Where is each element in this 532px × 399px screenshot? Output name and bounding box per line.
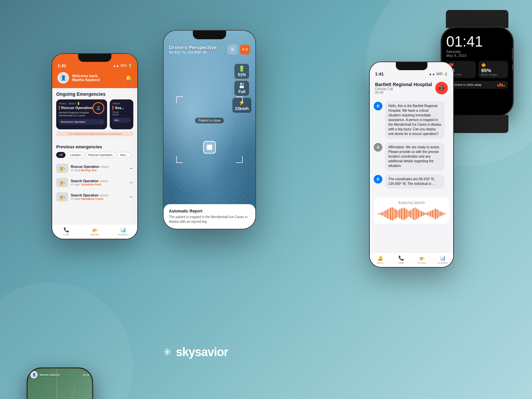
op-info-3: Search Operation #0003 ⏱ 2h45 Hāmākua Co… (71, 194, 126, 200)
wave-bar-12 (396, 210, 397, 218)
call-info: Bartlett Regional Hospital Cellular Call… (375, 82, 432, 94)
filter-row[interactable]: All Location Rescue Operation Sea... (56, 152, 133, 158)
tab-calls[interactable]: 📞 Calls (52, 227, 80, 236)
emergency-card-2[interactable]: #0004 Sea... Provic Denal Mon (110, 99, 133, 129)
phone1-time: 1:41 (58, 63, 66, 68)
filter-rescue[interactable]: Rescue Operation (85, 152, 116, 158)
logo-icon: ✳ (163, 346, 172, 358)
wave-bar-28 (421, 211, 422, 216)
notif-text: Drone is 100m away (454, 83, 481, 86)
emergency-name-2: Sea... (112, 106, 131, 110)
watch-date: Saturday May 8, 2023 (446, 50, 508, 58)
bar4 (503, 85, 505, 86)
tab-drones[interactable]: 🚁 Drones (80, 227, 109, 236)
prev-title: Previous emergencies (56, 144, 133, 149)
ongoing-pill: *2/4 Ongoing Emergencies Almost Conclude… (56, 131, 133, 136)
wave-bar-16 (403, 207, 404, 220)
wave-bar-35 (432, 210, 433, 217)
watch-user-name: Martha Sepherd (40, 373, 60, 376)
prev-section: Previous emergencies All Location Rescue… (52, 142, 137, 207)
wave-bar-5 (385, 210, 386, 217)
filter-sea[interactable]: Sea... (117, 152, 131, 158)
notification-bell[interactable]: 🔔 (125, 75, 132, 81)
wave-bar-42 (443, 212, 444, 215)
wave-bar-20 (409, 211, 410, 217)
emergency-card-1[interactable]: #0002 · EMILY 🔋 33 min Rescue Operation … (56, 99, 107, 129)
wave-bar-29 (423, 212, 424, 216)
phone-center-notch (193, 31, 226, 39)
capture-icon (207, 145, 212, 150)
phone-drone: Drone's Perspective 58.410° N, 134.569° … (163, 30, 256, 229)
wave-bar-18 (406, 209, 407, 219)
chat-text-3: The coordinates are 58.410° N, 134.569° … (385, 174, 445, 189)
pr-tab-analytics[interactable]: 📊 Analytics (432, 255, 453, 264)
phone-calls: 1:41 ▲▲WiFi🔋 Bartlett Regional Hospital … (369, 62, 454, 268)
chat-avatar-b2: B (374, 175, 382, 184)
monitorize-btn[interactable]: Monitorize Operation → (59, 119, 104, 125)
bar1 (497, 84, 499, 86)
corner-br (236, 156, 243, 163)
pr-tab-drones[interactable]: 🚁 Drones (412, 255, 433, 264)
wave-bar-11 (395, 209, 396, 219)
close-btn[interactable]: ✕✕ (240, 45, 250, 55)
watch-left: 👤 Martha Sepherd 00:39 🎤 📵 (27, 367, 93, 399)
wave-bar-7 (389, 208, 390, 219)
phone1-notch (78, 54, 111, 62)
pr-status-icons: ▲▲WiFi🔋 (429, 72, 448, 76)
op-info-2: Search Operation #0004 ⏱ 1h57 Yosemite P… (71, 179, 126, 186)
wave-bar-17 (404, 208, 405, 220)
pr-tab-calls[interactable]: 📞 Calls (391, 255, 412, 264)
oxygen-card: 🔶 95% Blood Oxygen (478, 61, 508, 78)
watch-map: 👤 Martha Sepherd 00:39 🎤 📵 (28, 368, 92, 399)
end-call-btn[interactable]: 📵 (435, 82, 448, 94)
phone-emergency: 1:41 ▲▲WiFi🔋 👤 Welcome back, Martha Seph… (52, 53, 138, 239)
bar2 (499, 83, 501, 86)
pr-call-header: Bartlett Regional Hospital Cellular Call… (370, 79, 453, 98)
op-row-1[interactable]: 🚁 Rescue Operation #0001 ⏱ 2h13 Bering S… (56, 161, 133, 176)
wave-bar-8 (390, 207, 391, 220)
wave-bar-24 (415, 207, 416, 220)
wave-bar-40 (440, 211, 441, 216)
oxygen-icon: 🔶 (481, 63, 505, 67)
pr-tab-alerts[interactable]: 🔔 Alerts (370, 255, 391, 264)
op-arrow-1: → (129, 166, 133, 171)
watch-band-top (446, 10, 508, 28)
op-arrow-2: → (129, 180, 133, 185)
drones-tab-icon: 🚁 (419, 255, 425, 261)
capture-btn[interactable] (203, 141, 216, 154)
drone-image-1: 🚁 (56, 164, 68, 173)
timer-circle: 33 min (92, 102, 104, 114)
tab-analytics[interactable]: 📊 Analytics (109, 227, 137, 236)
watch-time: 00:39 (83, 373, 89, 376)
end-call-icon: 📵 (438, 85, 445, 91)
chat-bubble-1: B Hello, this is the Bartlett Regional H… (374, 101, 449, 139)
storage-icon: 💾 (237, 82, 246, 89)
drone-image-3: 🚁 (56, 192, 68, 201)
drone-title-area: Drone's Perspective 58.410° N, 134.569° … (169, 45, 217, 54)
wave-bar-25 (416, 208, 417, 219)
wave-bar-0 (378, 213, 379, 214)
watch-map-header: 👤 Martha Sepherd 00:39 (30, 371, 89, 378)
filter-all[interactable]: All (56, 152, 66, 158)
phone1-header: 👤 Welcome back, Martha Sepherd 🔔 (52, 70, 137, 88)
wave-bar-30 (424, 212, 425, 215)
call-duration: 00:49 (375, 91, 432, 94)
op-row-2[interactable]: 🚁 Search Operation #0004 ⏱ 1h57 Yosemite… (56, 176, 133, 190)
notif-bars (497, 83, 505, 86)
op-row-3[interactable]: 🚁 Search Operation #0003 ⏱ 2h45 Hāmākua … (56, 190, 133, 204)
wave-bar-3 (382, 212, 383, 216)
watch-band-bottom (446, 115, 508, 133)
settings-btn[interactable]: ⚙ (227, 45, 237, 55)
pr-tabbar: 🔔 Alerts 📞 Calls 🚁 Drones 📊 Analytics (370, 252, 453, 267)
chat-avatar-b: B (374, 102, 382, 110)
drones-icon: 🚁 (92, 227, 97, 232)
logo-text: skysavior (176, 345, 228, 359)
phone1-body: Ongoing Emergencies #0002 · EMILY 🔋 33 m… (52, 88, 137, 142)
patient-label: Patient is close (195, 118, 224, 123)
wave-bar-14 (399, 209, 400, 218)
report-title: Automatic Report (169, 209, 250, 213)
wave-bar-38 (437, 209, 438, 218)
wave-bar-37 (435, 208, 436, 219)
drone-report: Automatic Report The patient is trapped … (164, 204, 255, 229)
filter-location[interactable]: Location (67, 152, 84, 158)
